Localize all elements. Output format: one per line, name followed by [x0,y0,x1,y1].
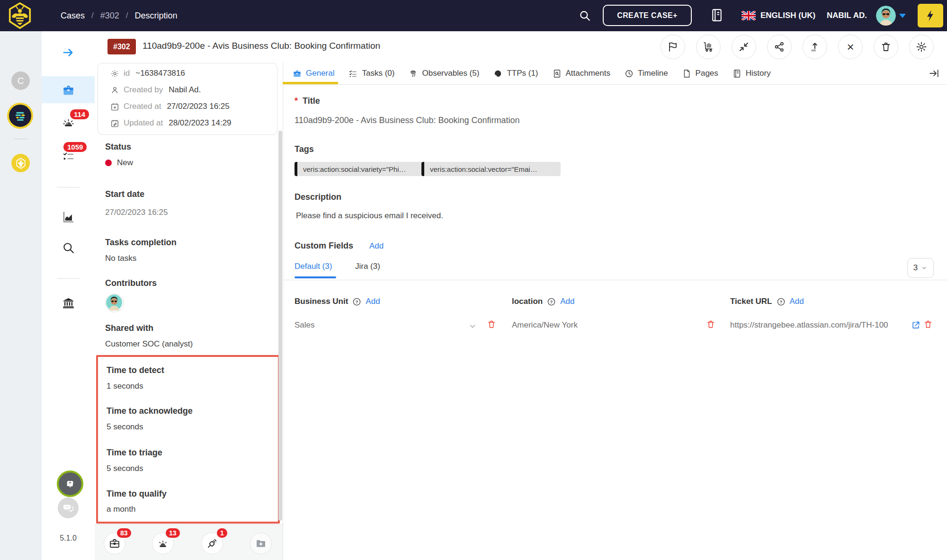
breadcrumb-description[interactable]: Description [135,11,178,21]
description-field-value[interactable]: Please find a suspicious email I receive… [296,211,443,221]
thehive-org-avatar[interactable] [11,154,30,172]
current-org-logo[interactable] [7,103,33,129]
tags-field-label: Tags [295,144,314,154]
meta-row-created-at: Created at 27/02/2023 16:25 [110,101,230,112]
compress-view-button[interactable] [732,35,756,59]
time-to-triage-label: Time to triage [107,448,162,458]
custom-fields-label: Custom Fields Add [295,241,384,251]
tag-chip[interactable]: veris:action:social:vector="Emai… [421,162,561,176]
briefcase-icon [109,538,120,549]
delete-field-trash-icon[interactable] [923,320,933,329]
export-upload-button[interactable] [803,35,827,59]
bee-icon [15,157,27,169]
book-icon [733,69,742,78]
field-name: Business Unit [295,297,348,306]
field-location-value[interactable]: America/New York [512,320,578,330]
case-details-panel: id ~1638473816 Created by Nabil Ad. Crea… [95,62,283,560]
documentation-icon[interactable] [710,8,724,23]
language-selector[interactable]: ENGLISH (UK) [760,11,815,20]
delete-case-button[interactable] [874,35,898,59]
case-number-badge: #302 [107,39,136,54]
create-case-button[interactable]: CREATE CASE+ [603,5,692,26]
custom-fields-subtab-jira[interactable]: Jira (3) [355,262,380,271]
delete-field-trash-icon[interactable] [487,320,496,329]
breadcrumb-case-number[interactable]: #302 [100,11,119,21]
contributor-avatar[interactable] [105,293,124,312]
chevron-down-icon [921,265,928,271]
case-settings-gear-button[interactable] [909,35,934,59]
add-custom-field-link[interactable]: Add [369,241,384,251]
nav-dashboards-chart-icon[interactable] [42,211,95,223]
tab-observables[interactable]: Observables (5) [409,62,479,84]
bee-hexagon-icon [6,1,34,30]
uk-flag-icon [742,11,756,20]
fingerprint-icon [409,69,418,78]
user-avatar[interactable] [876,6,896,26]
page-icon [682,69,691,78]
collapse-panel-icon[interactable] [929,68,939,79]
required-marker: * [295,96,298,106]
calendar-edit-icon [110,119,119,128]
archive-settings-button[interactable] [250,533,272,554]
add-field-value-link[interactable]: Add [790,297,804,306]
field-ticket-url-value[interactable]: https://strangebee.atlassian.com/jira/TH… [730,320,888,330]
meta-value: Nabil Ad. [169,85,201,95]
user-menu-caret-icon[interactable] [899,14,906,18]
tab-history[interactable]: History [733,62,771,84]
help-circle-icon[interactable]: ? [352,297,361,306]
search-icon[interactable] [579,9,591,22]
share-case-button[interactable] [767,35,792,59]
integrations-count-badge[interactable]: 1 [216,527,228,539]
nav-cases-briefcase-icon[interactable] [42,84,95,97]
delete-field-trash-icon[interactable] [706,320,715,329]
custom-fields-label-text: Custom Fields [295,241,353,251]
tasks-count-badge[interactable]: 1059 [63,141,88,153]
expand-sidebar-arrow[interactable] [42,46,95,59]
tab-pages[interactable]: Pages [682,62,718,84]
chevron-down-icon[interactable] [468,321,477,331]
help-circle-icon[interactable]: ? [547,297,556,306]
add-field-value-link[interactable]: Add [560,297,574,306]
flag-case-button[interactable] [661,35,685,59]
ai-brain-button[interactable] [57,471,83,497]
tab-general[interactable]: General [293,62,334,84]
field-business-unit-value[interactable]: Sales [295,320,315,330]
gear-icon [110,69,119,78]
alerts-count-badge[interactable]: 114 [69,108,90,120]
related-cases-count-badge[interactable]: 83 [116,527,132,539]
help-circle-icon[interactable]: ? [777,297,786,306]
open-external-link-icon[interactable] [911,320,920,330]
page-size-select[interactable]: 3 [907,258,934,278]
quick-action-lightning-button[interactable] [918,4,943,27]
tab-tasks[interactable]: Tasks (0) [348,62,394,84]
tab-timeline[interactable]: Timeline [625,62,668,84]
nav-search-icon[interactable] [42,241,95,254]
related-alerts-count-badge[interactable]: 13 [165,527,181,539]
user-menu-name[interactable]: NABIL AD. [827,11,867,20]
close-case-button[interactable]: × [838,35,863,59]
panel-scrollbar[interactable] [278,131,282,521]
nav-organisation-bank-icon[interactable] [42,297,95,310]
title-label-text: Title [303,96,320,106]
add-field-value-link[interactable]: Add [366,297,380,306]
tag-chip[interactable]: veris:action:social:variety="Phi… [295,162,432,176]
tab-label: Observables (5) [422,69,479,78]
tag-chip-text: veris:action:social:variety="Phi… [303,165,406,173]
thehive-bee-logo[interactable] [6,1,34,30]
status-new-dot [105,160,112,166]
org-avatar-c[interactable]: C [11,71,30,90]
tab-label: Tasks (0) [362,69,394,78]
tab-ttps[interactable]: TTPs (1) [493,62,538,84]
tab-label: TTPs (1) [507,69,538,78]
app-version: 5.1.0 [42,534,95,542]
calendar-plus-icon [110,102,119,111]
custom-fields-subtab-default[interactable]: Default (3) [295,262,332,271]
chat-support-button[interactable] [58,498,79,518]
run-responders-cart-button[interactable] [696,35,721,59]
tab-attachments[interactable]: Attachments [553,62,611,84]
title-field-value[interactable]: 110ad9b9-200e - Avis Business Club: Book… [295,116,520,125]
time-to-detect-value: 1 seconds [107,382,143,391]
page-size-value: 3 [913,263,918,273]
meta-label: Updated at [124,118,163,128]
breadcrumb-cases[interactable]: Cases [61,11,85,21]
